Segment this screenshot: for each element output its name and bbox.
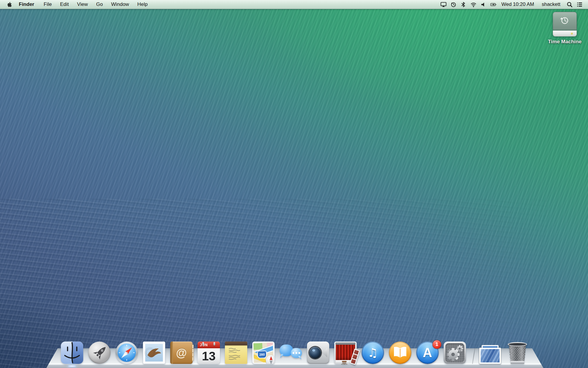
trash-rim [508, 342, 527, 347]
photobooth-stool [342, 361, 347, 362]
dock-item-messages[interactable] [279, 342, 303, 364]
menu-finder[interactable]: Finder [15, 0, 40, 9]
compass-needle-south [270, 361, 273, 364]
system-preferences-icon [444, 342, 466, 364]
wifi-icon[interactable] [469, 0, 478, 9]
menu-file[interactable]: File [40, 0, 56, 9]
pictures-stack-icon [479, 345, 501, 364]
facetime-camera-triangle [322, 348, 327, 357]
dock-item-contacts[interactable]: @ [170, 342, 193, 364]
contacts-icon: @ [170, 342, 193, 364]
dock-item-launchpad[interactable] [88, 342, 111, 364]
launchpad-icon [88, 342, 111, 364]
mail-icon [143, 342, 165, 364]
maps-route-shield: 280 [257, 351, 267, 359]
photo-booth-icon [334, 342, 357, 364]
gear-glyph [444, 342, 466, 364]
desktop-icon-time-machine[interactable]: Time Machine [547, 12, 582, 45]
calendar-day: 13 [198, 348, 220, 364]
facetime-icon [307, 342, 329, 364]
dock-item-calendar[interactable]: JUN 13 [197, 342, 220, 364]
dock: @ JUN 13 280 [44, 342, 545, 364]
trash-basket [507, 344, 527, 364]
maps-icon: 280 [252, 342, 275, 364]
menu-bar-left: Finder File Edit View Go Window Help [0, 0, 152, 9]
app-store-a-glyph: A [423, 345, 432, 360]
menu-window[interactable]: Window [107, 0, 133, 9]
menu-bar-user[interactable]: shackett [538, 1, 564, 7]
spotlight-icon[interactable] [565, 0, 574, 9]
battery-icon[interactable] [489, 0, 498, 9]
calendar-month: JUN [198, 342, 220, 348]
apple-menu[interactable] [5, 0, 15, 9]
dock-item-photo-booth[interactable] [334, 342, 357, 364]
itunes-icon: ♫ [362, 342, 384, 364]
desktop-wallpaper [0, 0, 588, 368]
ibooks-icon [389, 342, 411, 364]
contacts-at-glyph: @ [170, 342, 193, 364]
stack-front-frame [479, 348, 501, 364]
airplay-icon[interactable] [439, 0, 448, 9]
dock-item-system-preferences[interactable] [443, 342, 467, 364]
dock-item-finder[interactable] [60, 342, 84, 364]
drive-bottom [553, 30, 577, 37]
dock-item-pictures-stack[interactable] [478, 345, 502, 364]
volume-icon[interactable] [479, 0, 488, 9]
drive-top [553, 12, 577, 30]
itunes-note-glyph: ♫ [368, 346, 378, 359]
running-indicator [68, 365, 76, 367]
dock-item-safari[interactable] [115, 342, 138, 364]
desktop-icon-label: Time Machine [548, 39, 582, 45]
menu-bar-clock[interactable]: Wed 10:20 AM [499, 1, 537, 7]
app-store-badge: 1 [432, 340, 441, 349]
menu-bar-status: Wed 10:20 AM shackett [439, 0, 588, 9]
dock-item-notes[interactable] [224, 342, 248, 364]
facetime-lens [309, 347, 321, 359]
dock-divider [470, 347, 475, 364]
drive-led [571, 33, 573, 34]
dock-item-itunes[interactable]: ♫ [361, 342, 385, 364]
safari-icon [116, 342, 138, 364]
time-machine-menu-icon[interactable] [449, 0, 458, 9]
dock-item-app-store[interactable]: A 1 [416, 342, 439, 364]
open-book-glyph [392, 345, 408, 360]
stack-picture [481, 349, 500, 362]
menu-view[interactable]: View [73, 0, 92, 9]
dock-item-facetime[interactable] [306, 342, 330, 364]
apple-logo-icon [7, 1, 12, 7]
compass-needle-north [270, 356, 273, 360]
finder-icon [61, 342, 83, 364]
dock-divider-line [472, 347, 475, 364]
notification-center-icon[interactable] [575, 0, 584, 9]
dock-item-mail[interactable] [142, 342, 166, 364]
messages-bubble-small [291, 348, 302, 358]
maps-compass [266, 355, 275, 364]
menu-go[interactable]: Go [92, 0, 107, 9]
bluetooth-icon[interactable] [459, 0, 468, 9]
photobooth-valance [335, 342, 355, 345]
time-machine-drive-icon [553, 12, 577, 37]
menu-edit[interactable]: Edit [56, 0, 73, 9]
notes-icon [225, 342, 247, 364]
menu-help[interactable]: Help [133, 0, 152, 9]
dock-item-trash[interactable] [506, 342, 529, 364]
dock-item-ibooks[interactable] [388, 342, 412, 364]
calendar-icon: JUN 13 [198, 342, 220, 364]
dock-item-maps[interactable]: 280 [252, 342, 275, 364]
trash-icon [507, 342, 527, 364]
menu-bar: Finder File Edit View Go Window Help Wed… [0, 0, 588, 9]
messages-icon [280, 342, 302, 364]
